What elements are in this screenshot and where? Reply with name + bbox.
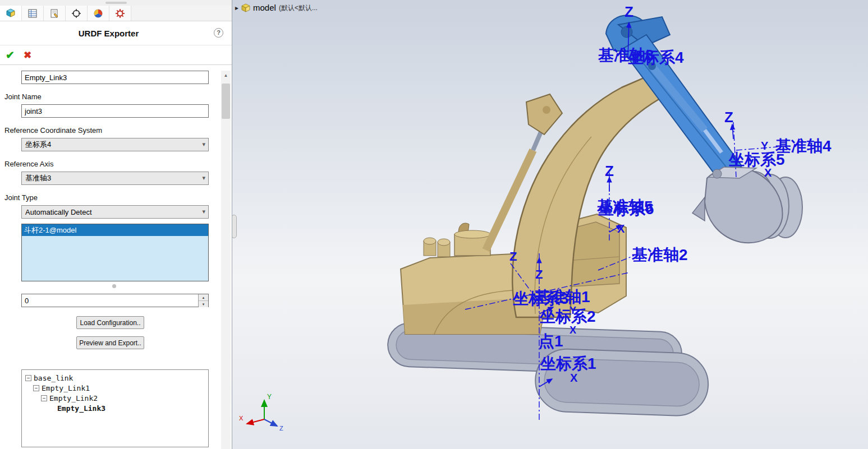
tab-propertymanager[interactable]: [0, 6, 22, 21]
joint-name-label: Joint Name: [4, 92, 232, 101]
analysis-tab-icon: [115, 8, 125, 18]
displaymanager-tab-icon: [93, 8, 103, 18]
tree-item-label: Empty_Link2: [49, 394, 98, 402]
reference-axis-label: Reference Axis: [4, 160, 232, 168]
document-configuration: (默认<默认...: [279, 2, 318, 13]
spin-down-icon[interactable]: ▾: [199, 301, 208, 307]
document-name: model: [253, 3, 276, 12]
annotation-label[interactable]: X: [570, 325, 576, 336]
chevron-down-icon: ▾: [202, 141, 205, 148]
annotation-label[interactable]: 坐标系5: [729, 151, 785, 168]
joint-type-select[interactable]: Automatically Detect ▾: [21, 205, 209, 219]
graphics-viewport[interactable]: Y X Z Z基准轴3坐标系4ZY基准轴4坐标系5XZ基准轴5坐标系6X基准轴2…: [232, 0, 868, 449]
panel-header: URDF Exporter ?: [0, 21, 232, 45]
annotation-label[interactable]: Z: [724, 110, 733, 125]
spinner-input[interactable]: [22, 294, 198, 307]
annotation-label[interactable]: X: [617, 223, 624, 235]
featuremanager-tab-icon: [27, 8, 38, 18]
tree-item-empty_link1[interactable]: −Empty_Link1: [22, 383, 208, 393]
preview-and-export-button[interactable]: Preview and Export..: [76, 336, 144, 349]
tree-collapse-icon[interactable]: −: [33, 385, 39, 391]
annotation-label[interactable]: 基准轴2: [632, 247, 688, 263]
viewport-annotations: Z基准轴3坐标系4ZY基准轴4坐标系5XZ基准轴5坐标系6X基准轴2ZZ坐标系3…: [232, 0, 868, 449]
annotation-label[interactable]: 坐标系4: [628, 49, 684, 66]
ok-checkmark-button[interactable]: ✔: [6, 49, 15, 62]
viewport-splitter-handle[interactable]: [232, 215, 237, 238]
tree-item-empty_link3[interactable]: Empty_Link3: [22, 403, 208, 413]
tab-analysis[interactable]: [109, 6, 131, 21]
tab-featuremanager[interactable]: [22, 6, 44, 21]
tree-collapse-icon[interactable]: −: [41, 395, 47, 401]
annotation-label[interactable]: X: [570, 372, 577, 384]
part-document-icon: [241, 3, 250, 12]
tab-dimxpert[interactable]: [66, 6, 88, 21]
load-configuration-button[interactable]: Load Configuration..: [76, 316, 144, 329]
selection-list[interactable]: 斗杆2-1@model: [21, 224, 209, 281]
panel-scrollbar[interactable]: ▲: [221, 71, 231, 449]
panel-title: URDF Exporter: [0, 21, 232, 38]
tree-item-empty_link2[interactable]: −Empty_Link2: [22, 393, 208, 403]
annotation-label[interactable]: X: [764, 167, 771, 179]
cancel-x-button[interactable]: ✖: [24, 49, 31, 61]
tree-collapse-icon[interactable]: −: [25, 375, 31, 381]
annotation-label[interactable]: 坐标系1: [540, 355, 596, 372]
annotation-label[interactable]: 坐标系2: [540, 308, 596, 325]
tab-configuration[interactable]: [44, 6, 66, 21]
scrollbar-up-icon[interactable]: ▲: [221, 71, 231, 80]
action-buttons: Load Configuration.. Preview and Export.…: [76, 316, 144, 349]
reference-coordinate-system-select[interactable]: 坐标系4 ▾: [21, 138, 209, 151]
panel-actions: ✔ ✖: [0, 45, 232, 65]
document-tree-root[interactable]: ▸ model (默认<默认...: [235, 2, 318, 13]
joint-type-label: Joint Type: [4, 193, 232, 202]
annotation-label[interactable]: Z: [535, 268, 543, 281]
spinner-buttons: ▴ ▾: [198, 294, 208, 307]
chevron-down-icon: ▾: [202, 174, 205, 182]
scrollbar-thumb[interactable]: [222, 84, 230, 119]
annotation-label[interactable]: 坐标系6: [598, 201, 654, 217]
tree-item-label: Empty_Link1: [42, 384, 90, 392]
panel-body: Joint Name Reference Coordinate System 坐…: [0, 65, 232, 447]
annotation-label[interactable]: 点1: [539, 333, 563, 349]
dimxpert-tab-icon: [71, 8, 81, 18]
joint-name-input[interactable]: [21, 104, 209, 118]
flyout-arrow-icon[interactable]: ▸: [235, 4, 238, 12]
link-name-input[interactable]: [21, 71, 209, 84]
reference-coordinate-system-value: 坐标系4: [25, 140, 51, 150]
tree-item-base_link[interactable]: −base_link: [22, 373, 208, 383]
tree-item-label: base_link: [34, 374, 73, 382]
link-tree: −base_link−Empty_Link1−Empty_Link2Empty_…: [21, 369, 209, 447]
listbox-resize-handle[interactable]: [112, 284, 116, 288]
annotation-label[interactable]: 基准轴1: [534, 289, 590, 305]
joint-type-value: Automatically Detect: [25, 208, 92, 216]
help-icon[interactable]: ?: [214, 28, 223, 38]
reference-axis-select[interactable]: 基准轴3 ▾: [21, 172, 209, 185]
annotation-label[interactable]: Y: [761, 140, 768, 152]
spin-up-icon[interactable]: ▴: [199, 294, 208, 301]
chevron-down-icon: ▾: [202, 208, 205, 215]
propertymanager-tab-icon: [6, 8, 16, 18]
propertymanager-tabbar: [0, 6, 232, 21]
tab-displaymanager[interactable]: [88, 6, 109, 21]
panel-top-splitter[interactable]: [0, 0, 232, 6]
solidworks-window: URDF Exporter ? ✔ ✖ Joint Name Reference…: [0, 0, 868, 449]
urdf-exporter-panel: URDF Exporter ? ✔ ✖ Joint Name Reference…: [0, 0, 232, 449]
annotation-label[interactable]: Z: [624, 4, 633, 20]
tree-item-label: Empty_Link3: [57, 404, 105, 413]
selection-list-item[interactable]: 斗杆2-1@model: [22, 224, 208, 236]
annotation-label[interactable]: Z: [605, 164, 614, 179]
splitter-grip-icon: [105, 2, 127, 4]
annotation-label[interactable]: Z: [509, 250, 517, 263]
configuration-tab-icon: [49, 8, 59, 18]
value-spinner: ▴ ▾: [21, 294, 209, 307]
reference-axis-value: 基准轴3: [25, 173, 51, 183]
reference-coordinate-system-label: Reference Coordinate System: [4, 126, 232, 135]
